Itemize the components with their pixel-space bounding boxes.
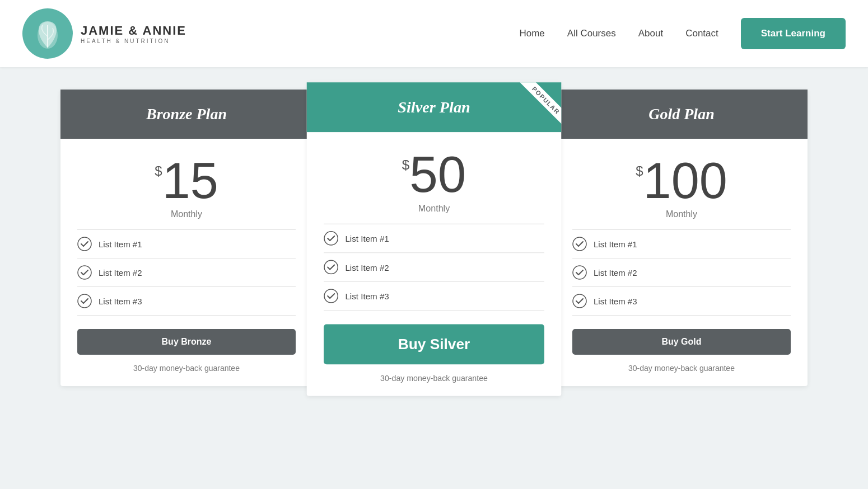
check-icon (572, 265, 587, 280)
check-icon (77, 237, 92, 251)
silver-guarantee: 30-day money-back guarantee (324, 373, 544, 382)
bronze-plan-title: Bronze Plan (72, 105, 301, 123)
check-icon (324, 231, 338, 246)
check-icon (77, 265, 92, 280)
bronze-plan-header: Bronze Plan (60, 90, 312, 139)
svg-point-2 (78, 237, 91, 251)
silver-price-symbol: $ (402, 157, 409, 173)
list-item: List Item #3 (77, 287, 296, 316)
bronze-feature-list: List Item #1 List Item #2 List Item #3 (77, 229, 296, 316)
gold-plan-title: Gold Plan (567, 105, 796, 123)
list-item: List Item #2 (77, 258, 296, 287)
list-item: List Item #2 (324, 253, 544, 282)
logo-icon (22, 8, 73, 59)
silver-price-period: Monthly (324, 203, 544, 213)
gold-price-period: Monthly (572, 209, 791, 219)
svg-point-9 (573, 266, 586, 279)
svg-point-6 (324, 260, 338, 274)
gold-plan-card: Gold Plan $ 100 Monthly List Item #1 (556, 90, 808, 386)
gold-feature-list: List Item #1 List Item #2 List Item #3 (572, 229, 791, 316)
bronze-price-area: $ 15 (77, 156, 296, 206)
bronze-plan-card: Bronze Plan $ 15 Monthly List Item #1 (60, 90, 312, 386)
popular-ribbon-wrap: POPULAR (505, 82, 561, 139)
check-icon (77, 294, 92, 308)
svg-point-7 (324, 289, 338, 303)
start-learning-button[interactable]: Start Learning (741, 18, 846, 49)
logo-main-text: JAMIE & ANNIE (81, 23, 186, 38)
silver-plan-card: Silver Plan POPULAR $ 50 Monthly List It… (307, 82, 562, 396)
buy-bronze-button[interactable]: Buy Bronze (77, 329, 296, 355)
gold-plan-header: Gold Plan (556, 90, 808, 139)
check-icon (324, 289, 338, 303)
logo-sub-text: HEALTH & NUTRITION (81, 38, 186, 44)
nav-contact[interactable]: Contact (685, 28, 718, 39)
logo-text: JAMIE & ANNIE HEALTH & NUTRITION (81, 23, 186, 44)
svg-point-5 (324, 232, 338, 245)
svg-point-4 (78, 294, 91, 308)
pricing-section: Bronze Plan $ 15 Monthly List Item #1 (0, 67, 868, 411)
svg-point-3 (78, 266, 91, 279)
silver-plan-body: $ 50 Monthly List Item #1 Lis (307, 132, 562, 396)
nav-all-courses[interactable]: All Courses (567, 28, 616, 39)
silver-price-area: $ 50 (324, 149, 544, 200)
bronze-price-number: 15 (162, 156, 218, 206)
list-item: List Item #1 (572, 229, 791, 258)
list-item: List Item #1 (77, 229, 296, 258)
bronze-price-symbol: $ (155, 163, 162, 179)
list-item: List Item #3 (324, 282, 544, 311)
list-item: List Item #1 (324, 224, 544, 253)
gold-guarantee: 30-day money-back guarantee (572, 364, 791, 373)
bronze-guarantee: 30-day money-back guarantee (77, 364, 296, 373)
bronze-price-period: Monthly (77, 209, 296, 219)
silver-feature-list: List Item #1 List Item #2 List Item #3 (324, 224, 544, 311)
bronze-plan-body: $ 15 Monthly List Item #1 Lis (60, 139, 312, 386)
list-item: List Item #3 (572, 287, 791, 316)
main-nav: Home All Courses About Contact Start Lea… (519, 18, 846, 49)
buy-silver-button[interactable]: Buy Silver (324, 325, 544, 365)
svg-point-8 (573, 237, 586, 251)
nav-about[interactable]: About (638, 28, 663, 39)
gold-price-number: 100 (643, 156, 727, 206)
check-icon (572, 294, 587, 308)
nav-home[interactable]: Home (519, 28, 544, 39)
svg-point-10 (573, 294, 586, 308)
list-item: List Item #2 (572, 258, 791, 287)
logo: JAMIE & ANNIE HEALTH & NUTRITION (22, 8, 186, 59)
gold-price-symbol: $ (636, 163, 643, 179)
header: JAMIE & ANNIE HEALTH & NUTRITION Home Al… (0, 0, 868, 67)
silver-price-number: 50 (409, 149, 466, 200)
gold-plan-body: $ 100 Monthly List Item #1 Li (556, 139, 808, 386)
check-icon (572, 237, 587, 251)
buy-gold-button[interactable]: Buy Gold (572, 329, 791, 355)
gold-price-area: $ 100 (572, 156, 791, 206)
check-icon (324, 260, 338, 274)
popular-ribbon: POPULAR (520, 82, 562, 126)
